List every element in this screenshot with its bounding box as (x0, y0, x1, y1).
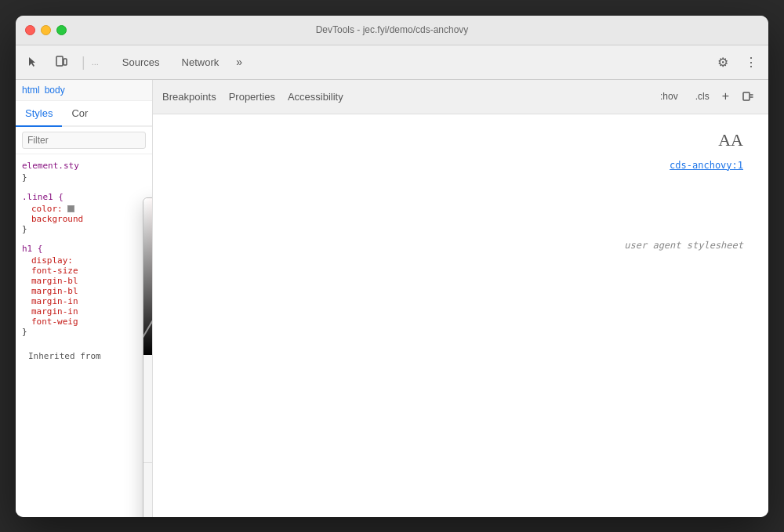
font-size-display: AA (165, 124, 756, 157)
css-prop-marginin2: margin-in (22, 306, 146, 317)
contrast-section: Contrast ratio 27.05% 🚫 ∧ APCA: 50.00% 🚫 (143, 462, 153, 517)
css-prop-marginin1: margin-in (22, 296, 146, 306)
devtools-body: | ... Sources Network » ⚙ ⋮ html (16, 45, 768, 517)
css-prop-fontweight: font-weig (22, 317, 146, 327)
hov-button[interactable]: :hov (655, 89, 683, 104)
maximize-button[interactable] (56, 25, 67, 35)
nav-right: ⚙ ⋮ (712, 51, 762, 73)
picker-controls: #a9a9a9 HEX ▲ ▼ (143, 355, 153, 462)
canvas-background (143, 198, 153, 355)
svg-rect-0 (56, 56, 63, 66)
css-rule-element: element.sty } (22, 161, 146, 183)
styles-tabs: Styles Cor (16, 101, 152, 127)
spacer (165, 174, 756, 237)
css-prop-color: color: (22, 204, 146, 214)
breadcrumb: html body (16, 80, 152, 101)
minimize-button[interactable] (41, 25, 51, 35)
settings-icon[interactable]: ⚙ (712, 51, 734, 73)
new-style-rule-icon[interactable] (737, 85, 759, 107)
traffic-lights (25, 25, 67, 35)
tab-sources[interactable]: Sources (111, 50, 171, 74)
filter-bar (16, 127, 152, 154)
css-prop-fontsize: font-size (22, 266, 146, 276)
user-agent-label: user agent stylesheet (165, 237, 756, 254)
css-selector-line1: .line1 { (22, 192, 146, 202)
nav-more[interactable]: » (230, 52, 249, 71)
more-options-icon[interactable]: ⋮ (740, 51, 762, 73)
color-picker-popup: #a9a9a9 HEX ▲ ▼ (143, 197, 153, 517)
nav-tabs: Sources Network » (111, 50, 712, 74)
source-link[interactable]: cds-anchovy:1 (165, 157, 756, 174)
left-panel: html body Styles Cor element.sty } . (16, 80, 153, 517)
tab-computed[interactable]: Cor (62, 101, 97, 127)
svg-rect-5 (743, 92, 750, 100)
svg-rect-1 (64, 59, 67, 65)
color-canvas[interactable] (143, 198, 153, 355)
cursor-icon[interactable] (22, 51, 44, 73)
css-selector-h1: h1 { (22, 244, 146, 254)
right-content: AA cds-anchovy:1 user agent stylesheet (153, 114, 768, 517)
tab-accessibility[interactable]: Accessibility (288, 88, 343, 106)
font-aa-label: AA (718, 130, 743, 150)
css-rule-line1: .line1 { color: background } (22, 192, 146, 234)
add-rule-button[interactable]: + (722, 89, 729, 103)
title-bar: DevTools - jec.fyi/demo/cds-anchovy (16, 16, 768, 45)
tab-network[interactable]: Network (171, 50, 230, 74)
device-icon[interactable] (50, 51, 72, 73)
tab-properties[interactable]: Properties (229, 88, 275, 106)
top-bar: | ... Sources Network » ⚙ ⋮ (16, 45, 768, 80)
right-tools: :hov .cls + (655, 85, 759, 107)
css-rule-h1: h1 { display: font-size margin-bl margin… (22, 244, 146, 337)
css-prop-background: background (22, 214, 146, 224)
breadcrumb-html[interactable]: html (22, 85, 40, 96)
css-prop-margin2: margin-bl (22, 286, 146, 296)
tab-styles[interactable]: Styles (16, 101, 62, 127)
devtools-window: DevTools - jec.fyi/demo/cds-anchovy | ..… (16, 16, 768, 517)
right-panel: Breakpoints Properties Accessibility :ho… (153, 80, 768, 517)
breadcrumb-body[interactable]: body (45, 85, 65, 96)
color-swatch[interactable] (67, 205, 74, 212)
filter-input[interactable] (22, 132, 146, 149)
inherited-label: Inherited from (22, 346, 146, 366)
right-top-bar: Breakpoints Properties Accessibility :ho… (153, 80, 768, 114)
css-prop-display: display: (22, 255, 146, 266)
top-bar-icons: | ... (22, 51, 99, 73)
css-rules: element.sty } .line1 { color: background… (16, 154, 152, 517)
css-selector: element.sty (22, 161, 146, 171)
tab-breakpoints[interactable]: Breakpoints (162, 88, 216, 106)
cls-button[interactable]: .cls (691, 89, 714, 104)
window-title: DevTools - jec.fyi/demo/cds-anchovy (316, 24, 469, 35)
css-prop-margin1: margin-bl (22, 276, 146, 286)
main-content: html body Styles Cor element.sty } . (16, 80, 768, 517)
close-button[interactable] (25, 25, 35, 35)
